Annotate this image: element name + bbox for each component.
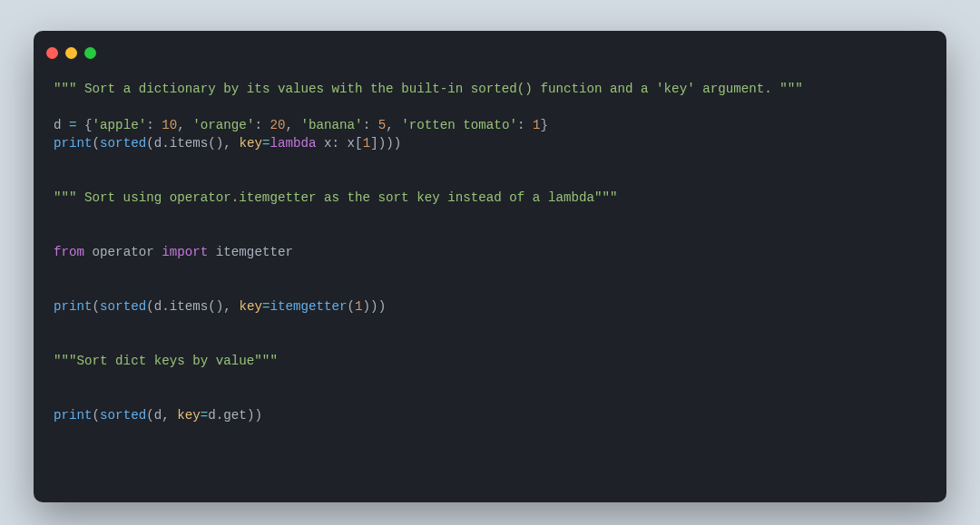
print-call-1: print	[54, 136, 93, 151]
print-call-2: print	[54, 299, 93, 314]
minimize-icon[interactable]	[65, 47, 77, 59]
print-call-3: print	[54, 408, 93, 423]
code-window: """ Sort a dictionary by its values with…	[34, 31, 946, 502]
titlebar	[34, 31, 946, 63]
close-icon[interactable]	[46, 47, 58, 59]
var-d: d	[54, 118, 69, 132]
zoom-icon[interactable]	[84, 47, 96, 59]
docstring-1: """ Sort a dictionary by its values with…	[54, 82, 803, 96]
code-area: """ Sort a dictionary by its values with…	[34, 63, 946, 444]
docstring-3: """Sort dict keys by value"""	[54, 354, 278, 368]
docstring-2: """ Sort using operator.itemgetter as th…	[54, 190, 618, 205]
